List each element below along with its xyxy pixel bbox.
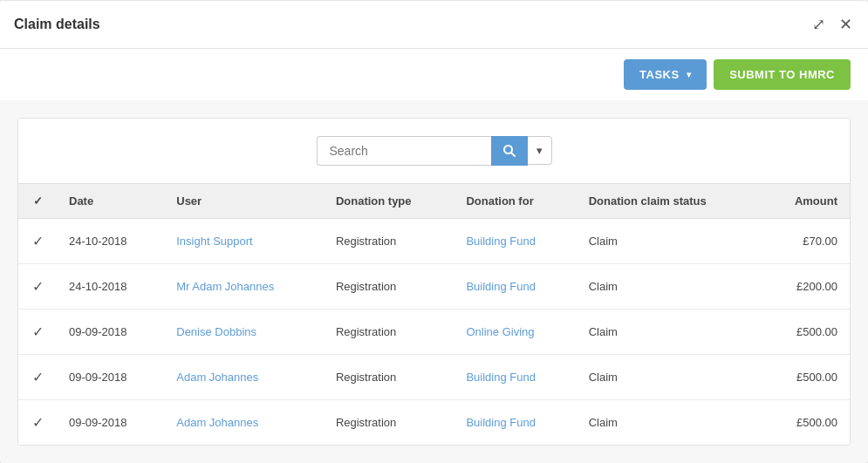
row-check[interactable]: ✓ bbox=[18, 399, 57, 445]
user-link[interactable]: Denise Dobbins bbox=[176, 325, 256, 338]
chevron-down-icon: ▾ bbox=[537, 144, 543, 157]
row-donation-for[interactable]: Building Fund bbox=[454, 399, 576, 445]
row-check[interactable]: ✓ bbox=[18, 218, 57, 263]
row-donation-claim-status: Claim bbox=[577, 399, 762, 445]
row-amount: £200.00 bbox=[762, 263, 850, 309]
row-donation-claim-status: Claim bbox=[577, 309, 762, 354]
donation-for-link[interactable]: Building Fund bbox=[466, 416, 536, 429]
tasks-button[interactable]: TASKS ▾ bbox=[624, 59, 707, 90]
row-check[interactable]: ✓ bbox=[18, 309, 57, 354]
row-amount: £500.00 bbox=[762, 309, 850, 354]
amount-header: Amount bbox=[762, 183, 850, 218]
donation-type-header: Donation type bbox=[324, 183, 455, 218]
search-button[interactable] bbox=[491, 136, 528, 166]
row-check[interactable]: ✓ bbox=[18, 263, 57, 309]
search-input[interactable] bbox=[317, 136, 491, 166]
table-row: ✓24-10-2018Insight SupportRegistrationBu… bbox=[18, 218, 850, 263]
chevron-down-icon: ▾ bbox=[687, 70, 692, 79]
row-check[interactable]: ✓ bbox=[18, 354, 57, 399]
checkmark-icon: ✓ bbox=[33, 194, 43, 208]
row-amount: £500.00 bbox=[762, 354, 850, 399]
user-link[interactable]: Mr Adam Johannes bbox=[176, 280, 274, 293]
row-date: 09-09-2018 bbox=[57, 309, 164, 354]
table-header-row: ✓ Date User Donation type Donation for D… bbox=[18, 183, 850, 218]
window-title: Claim details bbox=[14, 17, 100, 32]
expand-button[interactable]: ⤢ bbox=[810, 13, 827, 36]
row-user[interactable]: Mr Adam Johannes bbox=[164, 263, 324, 309]
search-bar: ▾ bbox=[18, 119, 850, 183]
row-date: 24-10-2018 bbox=[57, 218, 164, 263]
row-donation-type: Registration bbox=[324, 354, 455, 399]
table-row: ✓09-09-2018Adam JohannesRegistrationBuil… bbox=[18, 399, 850, 445]
row-user[interactable]: Denise Dobbins bbox=[164, 309, 324, 354]
donation-for-link[interactable]: Building Fund bbox=[466, 280, 536, 293]
title-bar: Claim details ⤢ ✕ bbox=[0, 1, 868, 49]
user-link[interactable]: Adam Johannes bbox=[176, 371, 258, 384]
donation-for-link[interactable]: Building Fund bbox=[466, 371, 536, 384]
inner-panel: ▾ ✓ Date User Donation type Donation for… bbox=[17, 118, 851, 446]
row-donation-claim-status: Claim bbox=[577, 218, 762, 263]
donation-for-link[interactable]: Online Giving bbox=[466, 325, 534, 338]
row-donation-for[interactable]: Online Giving bbox=[454, 309, 576, 354]
row-donation-for[interactable]: Building Fund bbox=[454, 218, 576, 263]
row-date: 09-09-2018 bbox=[57, 399, 164, 445]
donation-claim-status-header: Donation claim status bbox=[577, 183, 762, 218]
row-date: 24-10-2018 bbox=[57, 263, 164, 309]
checkmark-icon: ✓ bbox=[32, 234, 44, 249]
row-donation-type: Registration bbox=[324, 218, 455, 263]
svg-line-1 bbox=[511, 153, 515, 156]
row-user[interactable]: Adam Johannes bbox=[164, 354, 324, 399]
row-amount: £500.00 bbox=[762, 399, 850, 445]
row-user[interactable]: Insight Support bbox=[164, 218, 324, 263]
close-icon: ✕ bbox=[839, 15, 852, 34]
checkmark-icon: ✓ bbox=[32, 415, 44, 430]
row-date: 09-09-2018 bbox=[57, 354, 164, 399]
expand-icon: ⤢ bbox=[812, 15, 825, 34]
row-amount: £70.00 bbox=[762, 218, 850, 263]
checkmark-icon: ✓ bbox=[32, 370, 44, 385]
donation-for-link[interactable]: Building Fund bbox=[466, 235, 536, 248]
close-button[interactable]: ✕ bbox=[837, 13, 854, 36]
checkmark-icon: ✓ bbox=[32, 279, 44, 294]
row-donation-claim-status: Claim bbox=[577, 263, 762, 309]
title-icons: ⤢ ✕ bbox=[810, 13, 854, 36]
date-header: Date bbox=[57, 183, 164, 218]
row-user[interactable]: Adam Johannes bbox=[164, 399, 324, 445]
row-donation-claim-status: Claim bbox=[577, 354, 762, 399]
row-donation-type: Registration bbox=[324, 399, 455, 445]
row-donation-type: Registration bbox=[324, 309, 455, 354]
submit-hmrc-button[interactable]: SUBMIT TO HMRC bbox=[714, 59, 851, 90]
check-header: ✓ bbox=[18, 183, 57, 218]
main-window: Claim details ⤢ ✕ TASKS ▾ SUBMIT TO HMRC bbox=[0, 1, 868, 463]
user-header: User bbox=[164, 183, 324, 218]
table-row: ✓09-09-2018Adam JohannesRegistrationBuil… bbox=[18, 354, 850, 399]
content-area: ▾ ✓ Date User Donation type Donation for… bbox=[0, 100, 868, 463]
table-row: ✓09-09-2018Denise DobbinsRegistrationOnl… bbox=[18, 309, 850, 354]
user-link[interactable]: Adam Johannes bbox=[176, 416, 258, 429]
claims-table: ✓ Date User Donation type Donation for D… bbox=[18, 183, 850, 445]
checkmark-icon: ✓ bbox=[32, 324, 44, 339]
row-donation-for[interactable]: Building Fund bbox=[454, 354, 576, 399]
user-link[interactable]: Insight Support bbox=[176, 235, 252, 248]
tasks-label: TASKS bbox=[639, 68, 680, 81]
row-donation-type: Registration bbox=[324, 263, 455, 309]
submit-label: SUBMIT TO HMRC bbox=[729, 68, 835, 81]
filter-button[interactable]: ▾ bbox=[528, 136, 552, 165]
search-icon bbox=[502, 144, 516, 158]
donation-for-header: Donation for bbox=[454, 183, 576, 218]
toolbar: TASKS ▾ SUBMIT TO HMRC bbox=[0, 49, 868, 100]
row-donation-for[interactable]: Building Fund bbox=[454, 263, 576, 309]
table-row: ✓24-10-2018Mr Adam JohannesRegistrationB… bbox=[18, 263, 850, 309]
